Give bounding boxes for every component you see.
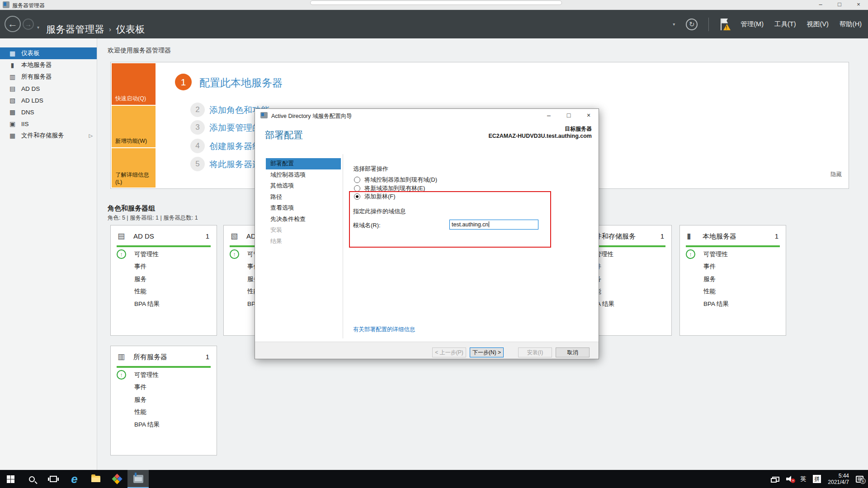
sidebar-item-iis[interactable]: ▣ IIS [0,118,97,130]
step-4-link[interactable]: 创建服务器组 [209,141,261,152]
tile-item-performance[interactable]: 性能 [111,406,217,419]
next-button[interactable]: 下一步(N) > [470,347,504,357]
wizard-nav-divider [343,154,343,338]
breadcrumb-separator-icon: › [109,25,112,33]
step-1-link[interactable]: 配置此本地服务器 [199,76,283,90]
tile-title[interactable]: 所有服务器 [133,353,167,361]
breadcrumb-current: 仪表板 [116,24,146,34]
tile-item-performance[interactable]: 性能 [680,286,786,298]
search-button[interactable] [21,470,42,488]
whats-new-tab[interactable]: 新增功能(W) [112,106,156,147]
tile-item-services[interactable]: 服务 [680,273,786,286]
folder-icon [91,476,100,482]
sidebar-item-ad-ds[interactable]: ▤ AD DS [0,83,97,94]
dialog-heading: 部署配置 [265,129,303,141]
start-button[interactable] [0,470,21,488]
dialog-minimize-button[interactable]: – [539,109,559,122]
sidebar-item-dns[interactable]: ▩ DNS [0,106,97,118]
dialog-maximize-button[interactable]: □ [559,109,579,122]
clock[interactable]: 5:44 2021/4/7 [828,473,849,485]
breadcrumb-root[interactable]: 服务器管理器 [46,24,104,34]
tile-item-bpa[interactable]: BPA 结果 [111,298,217,310]
tile-item-events[interactable]: 事件 [680,261,786,273]
deployment-config-help-link[interactable]: 有关部署配置的详细信息 [353,326,415,333]
tile-item-events[interactable]: 事件 [111,381,217,394]
tile-item-bpa[interactable]: BPA 结果 [680,298,786,310]
highlight-annotation-box [349,191,551,248]
internet-explorer-button[interactable]: e [64,470,85,488]
refresh-icon[interactable]: ↻ [686,19,698,30]
dialog-close-button[interactable]: × [579,109,599,122]
wizard-step-prereq-check[interactable]: 先决条件检查 [266,214,341,225]
tile-item-manageability[interactable]: ↑可管理性 [111,248,217,261]
cancel-button[interactable]: 取消 [556,347,590,357]
wizard-step-review[interactable]: 查看选项 [266,202,341,214]
task-view-button[interactable] [42,470,64,488]
tile-title[interactable]: 本地服务器 [703,232,736,241]
sidebar-item-local-server[interactable]: ▮ 本地服务器 [0,59,97,71]
wizard-step-paths[interactable]: 路径 [266,192,341,203]
sidebar-item-ad-lds[interactable]: ▧ AD LDS [0,94,97,106]
forward-button[interactable]: → [23,19,34,30]
menu-manage[interactable]: 管理(M) [741,20,764,28]
expand-arrow-icon[interactable]: ▷ [89,133,93,139]
tile-item-manageability[interactable]: ↑可管理性 [680,248,786,261]
radio-add-dc-existing-domain[interactable]: 将域控制器添加到现有域(D) [354,176,437,184]
internet-explorer-icon: e [71,473,77,485]
notifications-flag-icon[interactable]: ! [720,18,730,31]
menu-tools[interactable]: 工具(T) [774,20,796,28]
learn-more-tab[interactable]: 了解详细信息(L) [112,148,156,188]
nav-history-caret-icon[interactable]: ▾ [37,25,39,30]
dropdown-caret-icon[interactable]: ▾ [673,22,675,27]
tile-title[interactable]: AD DS [133,232,154,240]
screen: 服务器管理器 – □ × ← → ▾ 服务器管理器›仪表板 ▾ ↻ ! 管理(M… [0,0,868,488]
up-arrow-icon: ↑ [686,249,695,259]
menu-view[interactable]: 视图(V) [807,20,829,28]
system-tray: × 英 拼 5:44 2021/4/7 1 [772,473,868,485]
taskbar: e × 英 拼 5:44 2021/4/7 1 [0,470,868,488]
sidebar-item-all-servers[interactable]: ▥ 所有服务器 [0,71,97,83]
sidebar-item-dashboard[interactable]: ▦ 仪表板 [0,47,97,59]
sidebar-item-label: AD LDS [21,97,43,104]
server-manager-taskbar-button[interactable] [127,470,149,488]
tile-local-server: ▮ 本地服务器 1 ↑可管理性 事件 服务 性能 BPA 结果 [679,225,786,336]
window-title: 服务器管理器 [12,2,45,9]
tile-item-events[interactable]: 事件 [111,261,217,273]
menu-help[interactable]: 帮助(H) [840,20,862,28]
language-indicator[interactable]: 英 [800,475,806,483]
tile-count: 1 [206,353,209,361]
tile-item-performance[interactable]: 性能 [111,286,217,298]
dialog-titlebar[interactable]: Active Directory 域服务配置向导 – □ × [255,109,599,122]
sidebar-item-file-storage[interactable]: ▦ 文件和存储服务 ▷ [0,130,97,141]
step-3-link[interactable]: 添加要管理的 [209,122,261,134]
wizard-step-deployment-config[interactable]: 部署配置 [266,158,341,169]
step-1-badge: 1 [175,74,192,90]
hide-link[interactable]: 隐藏 [830,171,842,178]
maximize-button[interactable]: □ [830,0,849,10]
tile-item-services[interactable]: 服务 [111,394,217,406]
close-button[interactable]: × [849,0,868,10]
quick-start-tab[interactable]: 快速启动(Q) [112,63,156,105]
back-button[interactable]: ← [5,16,21,32]
wizard-step-dc-options[interactable]: 域控制器选项 [266,169,341,181]
clock-date: 2021/4/7 [828,479,849,485]
tile-item-manageability[interactable]: ↑可管理性 [111,369,217,381]
sidebar-item-label: 本地服务器 [21,61,52,69]
all-servers-icon: ▥ [9,73,16,80]
network-icon[interactable] [772,477,779,482]
minimize-button[interactable]: – [811,0,830,10]
action-center-icon[interactable]: 1 [856,476,863,483]
tile-count: 1 [206,232,209,240]
step-3-badge: 3 [190,120,205,135]
notification-badge: 1 [860,478,866,484]
volume-muted-icon[interactable]: × [786,476,793,482]
tile-item-services[interactable]: 服务 [111,273,217,286]
app-diamond-button[interactable] [106,470,127,488]
sidebar-item-label: 仪表板 [21,49,40,57]
step-5-link[interactable]: 将此服务器连 [209,159,261,170]
wizard-step-additional-options[interactable]: 其他选项 [266,180,341,192]
tile-item-bpa[interactable]: BPA 结果 [111,418,217,431]
file-explorer-button[interactable] [85,470,106,488]
tile-count: 1 [775,232,778,240]
ime-indicator[interactable]: 拼 [813,475,821,483]
